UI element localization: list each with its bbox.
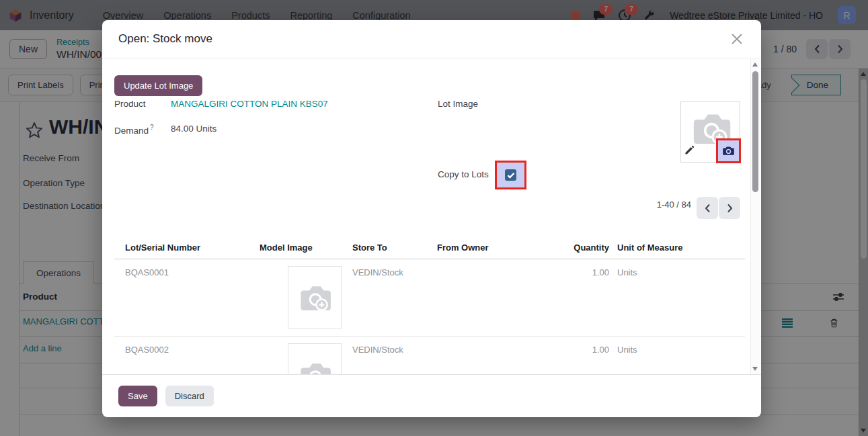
product-link[interactable]: MANGALGIRI COTTON PLAIN KBS07 <box>171 99 328 109</box>
lots-table: Lot/Serial Number Model Image Store To F… <box>114 236 745 374</box>
lots-pager-counter[interactable]: 1-40 / 84 <box>573 200 691 210</box>
update-lot-image-button[interactable]: Update Lot Image <box>114 75 202 96</box>
lots-pager-previous-button[interactable] <box>697 197 718 219</box>
column-store-to[interactable]: Store To <box>342 243 426 253</box>
edit-image-pencil-icon[interactable] <box>684 144 695 155</box>
chevron-left-icon <box>705 204 711 213</box>
store-to-value: VEDIN/Stock <box>342 259 426 277</box>
lots-pager-next-button[interactable] <box>719 197 740 219</box>
model-image-placeholder[interactable] <box>288 266 342 329</box>
quantity-value: 1.00 <box>559 337 612 355</box>
stock-move-dialog: Open: Stock move Update Lot Image Produc… <box>102 20 761 417</box>
dialog-body: Update Lot Image Product MANGALGIRI COTT… <box>102 58 749 374</box>
label-lot-image: Lot Image <box>438 99 478 109</box>
camera-plus-placeholder-icon <box>296 281 333 314</box>
dialog-title: Open: Stock move <box>118 32 212 46</box>
label-copy-to-lots: Copy to Lots <box>438 169 489 179</box>
column-unit-of-measure[interactable]: Unit of Measure <box>612 243 745 253</box>
from-owner-value <box>426 259 559 267</box>
camera-icon <box>721 144 736 158</box>
label-product: Product <box>114 99 146 109</box>
chevron-right-icon <box>727 204 733 213</box>
copy-to-lots-highlight <box>495 161 526 189</box>
column-quantity[interactable]: Quantity <box>559 243 612 253</box>
dialog-scrollbar[interactable] <box>750 59 760 374</box>
quantity-value: 1.00 <box>559 259 612 277</box>
camera-plus-placeholder-icon <box>296 358 333 374</box>
lots-table-header: Lot/Serial Number Model Image Store To F… <box>114 236 745 259</box>
column-lot-serial-number[interactable]: Lot/Serial Number <box>114 243 249 253</box>
demand-value: 84.00 Units <box>171 124 216 134</box>
app-root: Inventory Overview Operations Products R… <box>0 0 868 436</box>
uom-value: Units <box>612 337 745 355</box>
model-image-placeholder[interactable] <box>288 343 342 374</box>
save-button[interactable]: Save <box>118 386 157 406</box>
lot-number: BQAS0001 <box>114 259 249 277</box>
dialog-scrollbar-thumb[interactable] <box>752 71 758 192</box>
scroll-up-arrow-icon[interactable] <box>752 62 758 67</box>
scroll-down-arrow-icon[interactable] <box>752 367 758 371</box>
lot-row-2: BQAS0002 VEDIN/Stock 1. <box>114 337 745 374</box>
from-owner-value <box>426 337 559 345</box>
store-to-value: VEDIN/Stock <box>342 337 426 355</box>
dialog-footer: Save Discard <box>102 374 761 417</box>
uom-value: Units <box>612 259 745 277</box>
capture-image-camera-button[interactable] <box>716 138 741 163</box>
lot-number: BQAS0002 <box>114 337 249 355</box>
copy-to-lots-checkbox[interactable] <box>505 169 516 181</box>
lot-row-1: BQAS0001 VEDIN/Stock 1. <box>114 259 745 337</box>
check-icon <box>507 172 515 179</box>
label-demand: Demand? <box>114 124 154 136</box>
discard-button[interactable]: Discard <box>165 386 214 406</box>
help-question-icon: ? <box>150 124 154 131</box>
close-dialog-button[interactable] <box>729 31 745 47</box>
close-icon <box>732 34 742 44</box>
column-model-image[interactable]: Model Image <box>249 243 342 253</box>
column-from-owner[interactable]: From Owner <box>426 243 559 253</box>
dialog-header: Open: Stock move <box>102 20 761 58</box>
